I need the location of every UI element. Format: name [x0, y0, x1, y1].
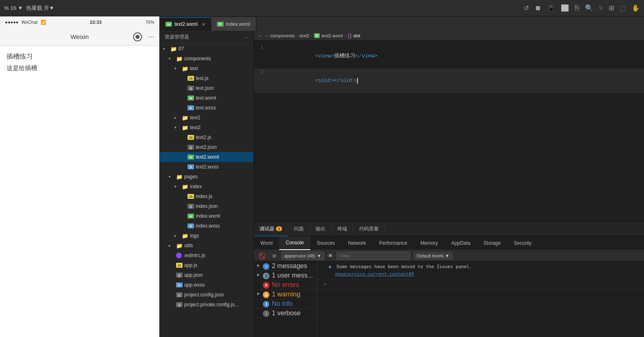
- bottom-panel: ▶ ≡ 2 messages ▶ 👤 1 user mess...: [254, 262, 644, 337]
- devtools-tab-performance[interactable]: Performance: [373, 236, 414, 250]
- ide-tab-terminal[interactable]: 终端: [332, 222, 353, 236]
- file-tree: ▾ 📁 07 ▾ 📁 components ▾ 📁 text JS text.j…: [160, 44, 253, 337]
- file-sidebar-header: 资源管理器 ···: [160, 31, 253, 44]
- grid1-icon[interactable]: ⊞: [609, 4, 614, 12]
- tree-item-text.wxml[interactable]: W text.wxml: [160, 93, 253, 103]
- tree-item-text2[interactable]: ▾ 📁 text2: [160, 123, 253, 132]
- tree-item-logs[interactable]: ▸ 📁 logs: [160, 231, 253, 241]
- tree-item-index.js[interactable]: JS index.js: [160, 191, 253, 201]
- tree-item-text[interactable]: ▾ 📁 text: [160, 64, 253, 73]
- item-label-text2.wxss: text2.wxss: [196, 164, 219, 170]
- console-eye-btn[interactable]: 👁: [328, 253, 333, 259]
- tree-item-project.config.json[interactable]: {} project.config.json: [160, 290, 253, 300]
- tree-item-.eslintrc.js[interactable]: .eslintrc.js: [160, 250, 253, 260]
- breadcrumb-back-icon[interactable]: ←: [258, 33, 262, 38]
- console-row-verbose[interactable]: ⋮ 1 verbose: [254, 309, 317, 318]
- circle-inner: [136, 35, 140, 39]
- breadcrumb-text2wxml[interactable]: text2.wxml: [321, 33, 343, 38]
- expand-warning[interactable]: ▶: [257, 291, 263, 296]
- stop-icon[interactable]: ⏹: [535, 5, 541, 12]
- refresh-icon[interactable]: ↺: [524, 4, 529, 12]
- devtools-tab-security[interactable]: Security: [507, 236, 538, 250]
- tabs-row: W text2.wxml ✕ W index.wxml: [160, 16, 644, 31]
- chevron-components: ▾: [169, 57, 174, 61]
- info-icon: ℹ: [263, 301, 269, 307]
- expand-messages[interactable]: ▶: [257, 262, 263, 267]
- breadcrumb-components[interactable]: components: [270, 33, 295, 38]
- tree-item-text2.js[interactable]: JS text2.js: [160, 132, 253, 142]
- tree-item-project.private.config.js[interactable]: {} project.private.config.js...: [160, 300, 253, 310]
- devtools-tab-wxml[interactable]: Wxml: [254, 236, 279, 250]
- tree-item-text2.wxml[interactable]: W text2.wxml: [160, 152, 253, 162]
- tree-item-app.js[interactable]: JS app.js: [160, 260, 253, 270]
- ide-tab-codequality[interactable]: 代码质量: [353, 222, 385, 236]
- devtools-tab-console[interactable]: Console: [279, 236, 310, 250]
- header-circle[interactable]: [133, 32, 142, 41]
- ide-tab-debugger[interactable]: 调试器 1: [254, 222, 288, 236]
- console-row-errors[interactable]: ✕ No errors: [254, 280, 317, 290]
- phone-text2: 这是给插槽: [7, 64, 153, 72]
- console-row-user[interactable]: ▶ 👤 1 user mess...: [254, 271, 317, 280]
- item-label-text: text: [190, 66, 198, 71]
- tree-item-index.json[interactable]: {} index.json: [160, 201, 253, 211]
- tab-text2wxml-close[interactable]: ✕: [202, 22, 205, 27]
- console-row-messages[interactable]: ▶ ≡ 2 messages: [254, 262, 317, 271]
- tree-item-text.js[interactable]: JS text.js: [160, 73, 253, 83]
- sidebar-more-icon[interactable]: ···: [244, 34, 249, 40]
- tab-indexwxml[interactable]: W index.wxml: [211, 17, 256, 31]
- devtools-tab-sources[interactable]: Sources: [310, 236, 341, 250]
- tree-item-index.wxss[interactable]: S index.wxss: [160, 221, 253, 231]
- console-stop-btn[interactable]: ⊘: [271, 252, 278, 260]
- tree-item-text1[interactable]: ▸ 📁 text1: [160, 113, 253, 123]
- info-message-link[interactable]: @appservice-current-context#8: [335, 271, 414, 277]
- percent-label: % 16 ▼: [4, 5, 23, 11]
- sep2: ›: [311, 33, 312, 38]
- tree-item-07[interactable]: ▾ 📁 07: [160, 44, 253, 54]
- hotreload-label[interactable]: 热重载 开▼: [26, 5, 54, 12]
- tree-item-index_folder[interactable]: ▾ 📁 index: [160, 182, 253, 191]
- breadcrumb-text2[interactable]: text2: [300, 33, 310, 38]
- devtools-tab-appdata[interactable]: AppData: [445, 236, 477, 250]
- ide-tab-output[interactable]: 输出: [310, 222, 332, 236]
- code-editor[interactable]: 1 <view>插槽练习</view> 2 <slot></slot>: [254, 41, 644, 222]
- tab-text2wxml[interactable]: W text2.wxml ✕: [160, 17, 211, 31]
- expand-user[interactable]: ▶: [257, 272, 263, 277]
- chevron-text2: ▾: [174, 125, 180, 130]
- tree-item-utils[interactable]: ▸ 📁 utils: [160, 241, 253, 250]
- console-service-select[interactable]: appservice (#8) ▼: [281, 252, 324, 260]
- tree-item-text.json[interactable]: {} text.json: [160, 83, 253, 93]
- devtools-tab-storage[interactable]: Storage: [477, 236, 507, 250]
- tree-item-index.wxml[interactable]: W index.wxml: [160, 211, 253, 221]
- window-icon[interactable]: ⬜: [561, 4, 569, 12]
- console-prompt[interactable]: >: [321, 281, 330, 288]
- phone-status-bar: ●●●●● WeChat 📶 22:33 70%: [0, 16, 159, 28]
- console-levels-select[interactable]: Default levels ▼: [414, 252, 453, 260]
- breadcrumb-forward-icon[interactable]: →: [264, 33, 269, 38]
- devtools-tab-memory[interactable]: Memory: [414, 236, 445, 250]
- hand-icon[interactable]: ✋: [632, 4, 640, 12]
- ide-tab-issues[interactable]: 问题: [288, 222, 310, 236]
- devtools-tab-network[interactable]: Network: [341, 236, 373, 250]
- console-clear-btn[interactable]: 🚫: [257, 252, 267, 260]
- tree-item-text2.wxss[interactable]: S text2.wxss: [160, 162, 253, 172]
- console-filter-input[interactable]: [337, 252, 410, 260]
- tree-item-text.wxss[interactable]: S text.wxss: [160, 103, 253, 113]
- main-body: ●●●●● WeChat 📶 22:33 70% Weixin ··· 插槽练习…: [0, 16, 644, 337]
- console-row-warning[interactable]: ▶ ⚠ 1 warning: [254, 290, 317, 299]
- console-row-info[interactable]: ℹ No info: [254, 299, 317, 309]
- file-icon-wxml: W: [188, 155, 194, 159]
- ide-tab-debugger-label: 调试器: [260, 225, 274, 232]
- header-dots[interactable]: ···: [148, 32, 154, 41]
- branch-icon[interactable]: ⑂: [599, 5, 603, 12]
- copy-icon[interactable]: ⎘: [575, 4, 579, 12]
- chevron-text: ▾: [174, 66, 180, 71]
- tree-item-app.json[interactable]: {} app.json: [160, 270, 253, 280]
- tree-item-app.wxss[interactable]: S app.wxss: [160, 280, 253, 290]
- tree-item-pages[interactable]: ▾ 📁 pages: [160, 172, 253, 182]
- phone-signal: ●●●●● WeChat 📶: [5, 20, 46, 25]
- search-icon[interactable]: 🔍: [585, 4, 593, 12]
- tree-item-components[interactable]: ▾ 📁 components: [160, 54, 253, 64]
- tree-item-text2.json[interactable]: {} text2.json: [160, 142, 253, 152]
- grid2-icon[interactable]: ⬚: [620, 4, 626, 12]
- phone-icon[interactable]: 📱: [547, 4, 555, 12]
